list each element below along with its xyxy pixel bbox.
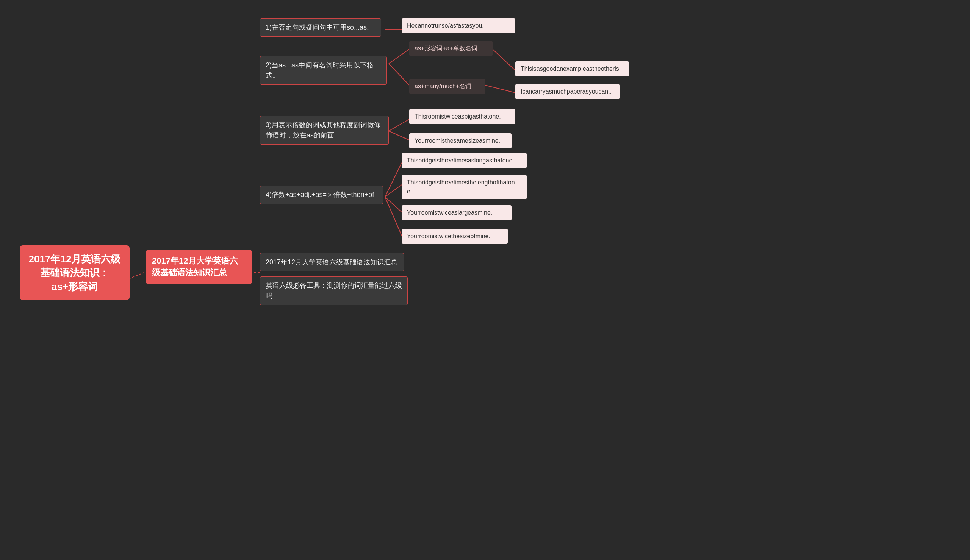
svg-line-8 bbox=[493, 49, 515, 70]
bottom-link-2[interactable]: 英语六级必备工具：测测你的词汇量能过六级吗 bbox=[260, 277, 408, 305]
connectors-svg bbox=[0, 0, 970, 560]
svg-line-6 bbox=[389, 49, 409, 63]
svg-line-10 bbox=[389, 119, 409, 131]
level1-label: 2017年12月大学英语六级基础语法知识汇总 bbox=[152, 255, 246, 279]
branch-4-child-1: Thisbridgeisthreetimesaslongasthatone. bbox=[402, 153, 527, 168]
b4c2-label: Thisbridgeisthreetimesthelengthofthaton … bbox=[407, 179, 515, 195]
bl1-label: 2017年12月大学英语六级基础语法知识汇总 bbox=[265, 258, 397, 266]
b2c2g1-label: Icancarryasmuchpaperasyoucan.. bbox=[521, 88, 611, 95]
b1c1-label: Hecannotrunso/asfastasyou. bbox=[407, 22, 484, 29]
branch-2: 2)当as...as中间有名词时采用以下格式。 bbox=[260, 56, 387, 85]
b4c1-label: Thisbridgeisthreetimesaslongasthatone. bbox=[407, 157, 514, 163]
branch-4-child-4: Yourroomistwicethesizeofmine. bbox=[402, 229, 508, 244]
b4c3-label: Yourroomistwiceaslargeasmine. bbox=[407, 209, 492, 216]
branch-3-label: 3)用表示倍数的词或其他程度副词做修饰语时，放在as的前面。 bbox=[265, 121, 381, 139]
branch-4: 4)倍数+as+adj.+as=＞倍数+then+of bbox=[260, 185, 383, 204]
svg-line-11 bbox=[389, 131, 409, 140]
branch-4-label: 4)倍数+as+adj.+as=＞倍数+then+of bbox=[265, 191, 374, 198]
branch-4-child-3: Yourroomistwiceaslargeasmine. bbox=[402, 205, 511, 220]
branch-4-child-2: Thisbridgeisthreetimesthelengthofthaton … bbox=[402, 175, 527, 199]
svg-line-15 bbox=[385, 197, 402, 235]
b4c4-label: Yourroomistwicethesizeofmine. bbox=[407, 233, 490, 239]
branch-3-child-2: Yourroomisthesamesizeasmine. bbox=[409, 133, 511, 148]
branch-3: 3)用表示倍数的词或其他程度副词做修饰语时，放在as的前面。 bbox=[260, 116, 389, 145]
svg-line-9 bbox=[485, 85, 515, 93]
branch-2-child-2-grand-1: Icancarryasmuchpaperasyoucan.. bbox=[515, 84, 619, 99]
svg-line-13 bbox=[385, 185, 402, 197]
branch-1-child-1: Hecannotrunso/asfastasyou. bbox=[402, 18, 515, 33]
branch-2-child-2: as+many/much+名词 bbox=[409, 79, 485, 94]
b3c2-label: Yourroomisthesamesizeasmine. bbox=[414, 137, 500, 144]
b2c2-label: as+many/much+名词 bbox=[414, 83, 471, 89]
bl2-label: 英语六级必备工具：测测你的词汇量能过六级吗 bbox=[265, 282, 402, 300]
branch-3-child-1: Thisroomistwiceasbigasthatone. bbox=[409, 109, 515, 124]
mindmap-container: 2017年12月英语六级基础语法知识：as+形容词 2017年12月大学英语六级… bbox=[0, 0, 970, 560]
branch-2-child-1-grand-1: Thisisasgoodanexampleastheotheris. bbox=[515, 61, 629, 77]
branch-1: 1)在否定句或疑问句中可用so...as。 bbox=[260, 18, 381, 37]
branch-2-child-1: as+形容词+a+单数名词 bbox=[409, 41, 493, 56]
b3c1-label: Thisroomistwiceasbigasthatone. bbox=[414, 113, 501, 120]
root-node: 2017年12月英语六级基础语法知识：as+形容词 bbox=[20, 245, 130, 300]
bottom-link-1[interactable]: 2017年12月大学英语六级基础语法知识汇总 bbox=[260, 253, 404, 272]
root-label: 2017年12月英语六级基础语法知识：as+形容词 bbox=[29, 253, 121, 292]
b2c1g1-label: Thisisasgoodanexampleastheotheris. bbox=[521, 65, 621, 72]
branch-1-label: 1)在否定句或疑问句中可用so...as。 bbox=[265, 23, 374, 31]
branch-2-label: 2)当as...as中间有名词时采用以下格式。 bbox=[265, 61, 374, 79]
svg-line-14 bbox=[385, 197, 402, 212]
b2c1-label: as+形容词+a+单数名词 bbox=[414, 45, 477, 52]
level1-node: 2017年12月大学英语六级基础语法知识汇总 bbox=[146, 250, 252, 284]
svg-line-7 bbox=[389, 63, 409, 85]
svg-line-12 bbox=[385, 163, 402, 197]
